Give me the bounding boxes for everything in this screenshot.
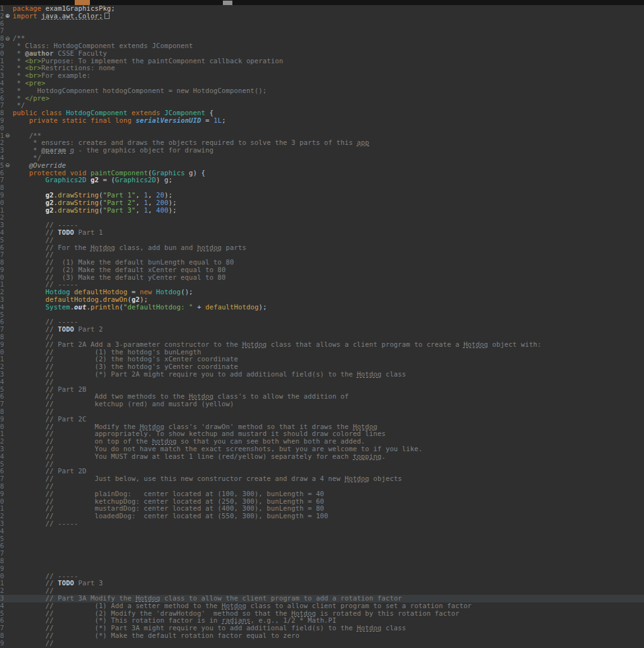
code-line[interactable]: 7 // (*) Part 3A might require you to ad… (0, 625, 644, 632)
code-line[interactable]: 4 // (0, 378, 644, 386)
code-line[interactable]: 2 Hotdog defaultHotdog = new Hotdog(); (0, 289, 644, 296)
code-line[interactable]: 1⊖ /** (0, 132, 644, 140)
code-line[interactable]: 4 // You MUST draw at least 1 line (red/… (0, 453, 644, 461)
code-line[interactable]: 3 // (*) Part 2A might require you to ad… (0, 371, 644, 378)
code-line[interactable]: 8 // (0, 333, 644, 341)
code-line[interactable]: 2 (0, 214, 644, 221)
code-line[interactable]: 9 g2.drawString("Part 1", 1, 20); (0, 192, 644, 199)
code-line[interactable]: 5 // (0, 461, 644, 468)
code-line[interactable]: 2 // on top of the hotdog so that you ca… (0, 438, 644, 446)
code-line[interactable]: 8⊖/** (0, 35, 644, 42)
code-line[interactable]: 7 // (0, 251, 644, 259)
code-line[interactable]: 5 // Part 2B (0, 386, 644, 394)
code-line[interactable]: 4 (0, 528, 644, 535)
code-line[interactable]: 7 // TODO Part 2 (0, 326, 644, 333)
code-line[interactable]: 7 // ketchup (red) and mustard (yellow) (0, 401, 644, 408)
code-line[interactable]: 8 // (0, 408, 644, 416)
folded-region-box-icon[interactable] (104, 13, 110, 19)
line-number: 1 (0, 58, 4, 65)
code-line[interactable]: 1 // TODO Part 3 (0, 580, 644, 587)
fold-gutter (4, 386, 13, 394)
code-line[interactable]: 1 // mustardDog: center located at (400,… (0, 505, 644, 513)
code-line[interactable]: 4 // (1) Add a setter method to the Hotd… (0, 602, 644, 610)
code-line[interactable]: 9 (0, 565, 644, 573)
code-line[interactable]: 7 (0, 550, 644, 558)
code-line[interactable]: 3 // Part 3A Modify the Hotdog class to … (0, 595, 644, 602)
code-line[interactable]: 2 * <br>Restrictions: none (0, 65, 644, 72)
code-line[interactable]: 4 * <pre> (0, 80, 644, 87)
code-line[interactable]: 6 * </pre> (0, 95, 644, 103)
code-line[interactable]: 9 // (0, 640, 644, 647)
code-line[interactable]: 9 // plainDog: center located at (100, 3… (0, 490, 644, 498)
code-line[interactable]: 0 // ketchupDog: center located at (250,… (0, 498, 644, 506)
code-line[interactable]: 5 // (0, 237, 644, 244)
code-line[interactable]: 4 System.out.println("defaultHotdog: " +… (0, 304, 644, 311)
code-line[interactable]: 1package exam1GraphicsPkg; (0, 5, 644, 13)
code-line[interactable]: 7 */ (0, 102, 644, 109)
code-line[interactable]: 6 // (*) This rotation factor is in radi… (0, 617, 644, 625)
code-line[interactable]: 2 * ensures: creates and draws the objec… (0, 139, 644, 147)
code-line[interactable]: 2⊕import java.awt.Color; (0, 13, 644, 20)
code-line[interactable]: 5⊖ @Override (0, 162, 644, 170)
code-line[interactable]: 3 * <br>For example: (0, 72, 644, 80)
code-line[interactable]: 6 // Add two methods to the Hotdog class… (0, 393, 644, 401)
fold-collapse-icon[interactable]: ⊖ (5, 133, 10, 139)
code-line[interactable]: 7 // Just below, use this new constructo… (0, 475, 644, 483)
code-line[interactable]: 6 protected void paintComponent(Graphics… (0, 170, 644, 177)
code-line[interactable]: 0 g2.drawString("Part 2", 1, 200); (0, 199, 644, 207)
code-text: // (13, 483, 644, 490)
code-line[interactable]: 9 // Part 2C (0, 416, 644, 423)
code-line[interactable]: 6 // ----- (0, 318, 644, 326)
code-line[interactable]: 3 * @param g - the graphics object for d… (0, 147, 644, 154)
code-line[interactable]: 0 // Modify the Hotdog class's 'drawOn' … (0, 423, 644, 431)
code-line[interactable]: 8 // (1) Make the default bunLength equa… (0, 259, 644, 266)
code-line[interactable]: 0 (0, 125, 644, 132)
code-line[interactable]: 6 // For the Hotdog class, add bun and h… (0, 244, 644, 252)
code-text: defaultHotdog.drawOn(g2); (13, 296, 644, 304)
code-line[interactable]: 5 * HotdogComponent hotdogComponent = ne… (0, 87, 644, 95)
inactive-tab-top-fragment[interactable] (223, 1, 232, 5)
code-line[interactable]: 3 // ----- (0, 520, 644, 528)
active-tab-top-fragment[interactable] (75, 0, 90, 5)
code-line[interactable]: 3 // ----- (0, 221, 644, 229)
code-line[interactable]: 7 (0, 27, 644, 35)
code-line[interactable]: 8 // (*) Make the default rotation facto… (0, 632, 644, 640)
code-line[interactable]: 9 * Class: HotdogComponent extends JComp… (0, 42, 644, 50)
code-line[interactable]: 0 * @author CSSE Faculty (0, 50, 644, 58)
code-line[interactable]: 4 // TODO Part 1 (0, 229, 644, 237)
code-line[interactable]: 3 defaultHotdog.drawOn(g2); (0, 296, 644, 304)
code-line[interactable]: 2 // loadedDog: center located at (550, … (0, 513, 644, 520)
code-line[interactable]: 0 // ----- (0, 573, 644, 580)
code-line[interactable]: 6 // Part 2D (0, 468, 644, 475)
code-line[interactable]: 5 (0, 311, 644, 319)
code-line[interactable]: 6 (0, 542, 644, 550)
code-line[interactable]: 8 (0, 184, 644, 192)
code-line[interactable]: 9 // Part 2A Add a 3-parameter construct… (0, 341, 644, 349)
code-line[interactable]: 1 g2.drawString("Part 3", 1, 400); (0, 207, 644, 215)
code-line[interactable]: 6 (0, 20, 644, 28)
code-line[interactable]: 1 // appropriately. To show ketchup and … (0, 430, 644, 438)
code-line[interactable]: 4 */ (0, 154, 644, 162)
code-line[interactable]: 1 // ----- (0, 281, 644, 289)
code-text: // TODO Part 1 (13, 229, 644, 237)
code-line[interactable]: 7 Graphics2D g2 = (Graphics2D) g; (0, 177, 644, 184)
fold-gutter: ⊖ (4, 35, 13, 42)
code-line[interactable]: 1 // (2) the hotdog's xCenter coordinate (0, 356, 644, 363)
code-line[interactable]: 0 // (3) Make the default yCenter equal … (0, 274, 644, 282)
code-line[interactable]: 1 * <br>Purpose: To implement the paintC… (0, 58, 644, 65)
fold-collapse-icon[interactable]: ⊖ (5, 36, 10, 42)
code-line[interactable]: 2 // (3) the hotdog's yCenter coordinate (0, 363, 644, 371)
fold-collapse-icon[interactable]: ⊖ (5, 163, 10, 168)
code-line[interactable]: 5 // (2) Modify the 'drawHotdog' method … (0, 610, 644, 618)
code-line[interactable]: 5 (0, 535, 644, 543)
code-line[interactable]: 9 // (2) Make the default xCenter equal … (0, 266, 644, 274)
code-line[interactable]: 0 // (1) the hotdog's bunLength (0, 349, 644, 356)
code-line[interactable]: 8 (0, 558, 644, 565)
code-line[interactable]: 8public class HotdogComponent extends JC… (0, 109, 644, 117)
code-line[interactable]: 9 private static final long serialVersio… (0, 117, 644, 125)
code-line[interactable]: 3 // You do not have match the exact scr… (0, 446, 644, 453)
code-line[interactable]: 8 // (0, 483, 644, 490)
fold-expand-icon[interactable]: ⊕ (5, 13, 10, 19)
line-number: 2 (0, 65, 4, 72)
code-line[interactable]: 2 // (0, 587, 644, 595)
